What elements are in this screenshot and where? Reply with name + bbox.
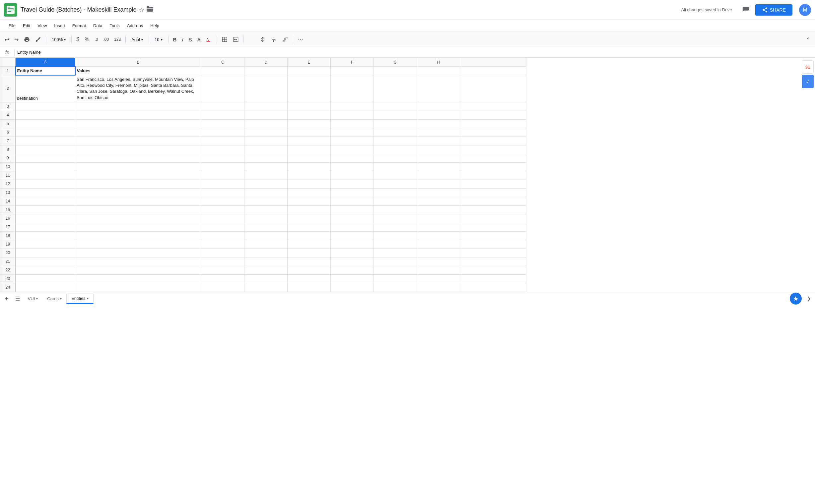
row-num-8: 8 <box>0 145 16 154</box>
col-header-B[interactable]: B <box>75 58 201 67</box>
col-header-C[interactable]: C <box>201 58 245 67</box>
format-decimal-less-button[interactable]: .0 <box>92 36 100 43</box>
menu-data[interactable]: Data <box>90 22 105 29</box>
borders-button[interactable] <box>220 35 230 44</box>
strikethrough-button[interactable]: S <box>187 35 194 44</box>
col-header-D[interactable]: D <box>245 58 288 67</box>
col-header-G[interactable]: G <box>374 58 417 67</box>
zoom-dropdown[interactable]: 100% ▾ <box>49 35 69 44</box>
font-size-dropdown[interactable]: 10 ▾ <box>151 35 165 44</box>
row-num-24: 24 <box>0 283 16 292</box>
cell-B2[interactable]: San Francisco, Los Angeles, Sunnyvale, M… <box>75 75 201 102</box>
cell-D1[interactable] <box>245 67 288 75</box>
row-num-9: 9 <box>0 154 16 162</box>
tasks-side-icon[interactable]: ✓ <box>802 75 814 88</box>
cell-D2[interactable] <box>245 75 288 102</box>
font-family-dropdown[interactable]: Arial ▾ <box>128 35 146 44</box>
cell-extra-2[interactable] <box>460 75 526 102</box>
col-header-F[interactable]: F <box>331 58 374 67</box>
more-button[interactable]: ⋯ <box>296 35 305 44</box>
scroll-right-button[interactable]: ❯ <box>804 295 814 303</box>
cell-H1[interactable] <box>417 67 460 75</box>
explore-button[interactable] <box>790 293 802 305</box>
add-sheet-button[interactable]: + <box>1 294 12 304</box>
vertical-align-button[interactable] <box>258 35 268 44</box>
menu-tools[interactable]: Tools <box>106 22 123 29</box>
menu-edit[interactable]: Edit <box>20 22 33 29</box>
formula-bar-content[interactable]: Entity Name <box>17 50 812 55</box>
cell-H2[interactable] <box>417 75 460 102</box>
row-num-5: 5 <box>0 119 16 128</box>
format-decimal-more-button[interactable]: .00 <box>101 36 111 43</box>
cell-B1[interactable]: Values <box>75 67 201 75</box>
format-currency-button[interactable]: $ <box>74 35 81 44</box>
star-icon[interactable]: ☆ <box>139 6 144 14</box>
horizontal-align-button[interactable] <box>247 35 257 44</box>
cell-A1[interactable]: Entity Name <box>16 67 75 75</box>
collapse-toolbar-button[interactable]: ⌃ <box>804 35 812 44</box>
menu-addons[interactable]: Add-ons <box>124 22 146 29</box>
italic-button[interactable]: I <box>180 35 185 44</box>
cell-A3[interactable] <box>16 102 75 111</box>
separator-6 <box>217 35 217 43</box>
col-header-E[interactable]: E <box>288 58 331 67</box>
tab-cards[interactable]: Cards ▾ <box>42 294 66 303</box>
cell-E1[interactable] <box>288 67 331 75</box>
redo-button[interactable]: ↪ <box>12 35 21 44</box>
save-status: All changes saved in Drive <box>681 7 732 12</box>
merge-cells-button[interactable] <box>231 35 241 44</box>
row-num-19: 19 <box>0 240 16 249</box>
text-rotate-button[interactable] <box>280 35 290 44</box>
text-wrap-button[interactable] <box>269 35 279 44</box>
sheet-tabs-bar: + ☰ VUI ▾ Cards ▾ Entities ▾ ❯ <box>0 292 815 305</box>
menu-file[interactable]: File <box>5 22 19 29</box>
cell-G2[interactable] <box>374 75 417 102</box>
tab-vui[interactable]: VUI ▾ <box>23 294 43 303</box>
separator-1 <box>46 35 46 43</box>
folder-icon[interactable] <box>146 6 153 14</box>
col-header-H[interactable]: H <box>417 58 460 67</box>
tab-entities[interactable]: Entities ▾ <box>66 294 93 304</box>
tab-vui-label: VUI <box>28 296 35 301</box>
row-num-20: 20 <box>0 249 16 257</box>
undo-button[interactable]: ↩ <box>3 35 11 44</box>
sheet-list-button[interactable]: ☰ <box>12 294 23 303</box>
cell-extra-1[interactable] <box>460 67 526 75</box>
paint-format-button[interactable] <box>33 35 43 44</box>
menu-format[interactable]: Format <box>69 22 89 29</box>
menu-help[interactable]: Help <box>147 22 162 29</box>
separator-7 <box>244 35 244 43</box>
cell-F2[interactable] <box>331 75 374 102</box>
share-button[interactable]: SHARE <box>755 4 792 16</box>
menu-insert[interactable]: Insert <box>51 22 68 29</box>
underline-button[interactable]: A <box>195 35 203 44</box>
cell-C1[interactable] <box>201 67 245 75</box>
formula-bar: fx Entity Name <box>0 47 815 58</box>
cell-C2[interactable] <box>201 75 245 102</box>
cell-G1[interactable] <box>374 67 417 75</box>
menu-view[interactable]: View <box>34 22 50 29</box>
cell-E2[interactable] <box>288 75 331 102</box>
table-row: 2 destination San Francisco, Los Angeles… <box>0 75 526 102</box>
table-row: 22 <box>0 266 526 274</box>
bold-button[interactable]: B <box>171 35 179 44</box>
table-row: 5 <box>0 119 526 128</box>
col-header-A[interactable]: A <box>16 58 75 67</box>
fill-color-button[interactable]: A <box>204 35 214 44</box>
table-row: 19 <box>0 240 526 249</box>
print-button[interactable] <box>22 35 32 44</box>
row-num-21: 21 <box>0 257 16 266</box>
row-num-23: 23 <box>0 274 16 283</box>
format-percent-button[interactable]: % <box>83 35 91 44</box>
side-panel-icons: 31 ✓ <box>800 58 815 91</box>
cell-A2[interactable]: destination <box>16 75 75 102</box>
sheets-app-icon <box>4 3 17 17</box>
corner-cell <box>0 58 16 67</box>
calendar-side-icon[interactable]: 31 <box>802 60 814 74</box>
tab-cards-arrow: ▾ <box>60 297 62 301</box>
cell-F1[interactable] <box>331 67 374 75</box>
format-number-button[interactable]: 123 <box>112 36 123 43</box>
comments-button[interactable] <box>740 5 751 15</box>
table-row: 12 <box>0 180 526 188</box>
user-avatar[interactable]: M <box>799 4 811 16</box>
